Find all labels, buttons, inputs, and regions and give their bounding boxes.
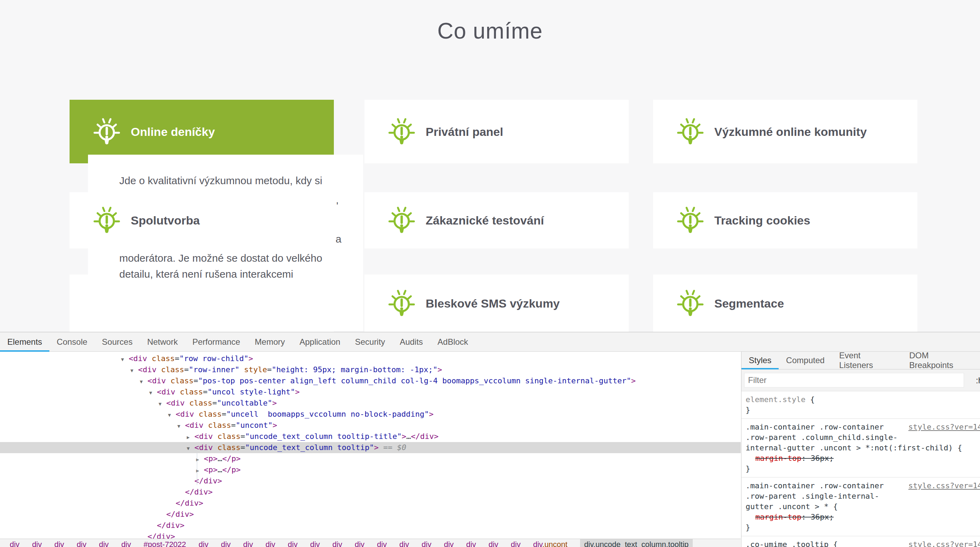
breadcrumb-item[interactable]: div [444,539,453,547]
tooltip-text-line: detailu, která není rušena interakcemi [119,268,293,280]
dom-tree-row[interactable]: </div> [0,487,741,498]
chevron-down-icon[interactable]: ▼ [177,420,185,431]
card-label: Bleskové SMS výzkumy [426,296,560,310]
card-spolutvorba[interactable]: Spolutvorba [70,192,334,249]
indent-spacer [177,487,185,498]
dom-tree-row[interactable]: ▼<div class="uncont"> [0,420,741,431]
rule-selector: element.style { [746,395,980,405]
breadcrumb-item[interactable]: div [10,539,19,547]
lightbulb-icon [385,116,418,148]
rule-selector: gutter .uncont > * { [746,501,980,512]
breadcrumb-item[interactable]: div [221,539,231,547]
card-segmentace[interactable]: Segmentace [653,274,917,332]
tab-audits[interactable]: Audits [392,332,430,351]
card-label: Privátní panel [426,125,503,138]
style-rule: style.css?ver=14.main-container .row-con… [741,477,980,536]
breadcrumb-item[interactable]: div [288,539,298,547]
dom-tree-row[interactable]: ▼<div class="uncode_text_column tooltip"… [0,442,741,453]
chevron-right-icon[interactable]: ▶ [187,431,194,443]
dom-tree-row[interactable]: </div> [0,498,741,509]
breadcrumb-item[interactable]: div [76,539,86,547]
dom-tree-row[interactable]: ▼<div class="uncol style-light"> [0,387,741,398]
dom-tree-row[interactable]: </div> [0,531,741,539]
dom-tree-row[interactable]: ▶<p>…</p> [0,464,741,476]
styles-rules: element.style {}style.css?ver=14.main-co… [741,391,980,547]
chevron-right-icon[interactable]: ▶ [196,454,204,465]
tab-application[interactable]: Application [292,332,347,351]
breadcrumb-item[interactable]: div [199,539,208,547]
sidebar-tab-styles[interactable]: Styles [741,352,779,369]
chevron-down-icon[interactable]: ▼ [140,376,148,387]
card-label: Zákaznické testování [426,214,544,227]
tooltip-text-line: ' [336,200,338,212]
chevron-down-icon[interactable]: ▼ [187,443,194,454]
card-bleskov-sms-v-zkumy[interactable]: Bleskové SMS výzkumy [364,274,629,332]
tab-adblock[interactable]: AdBlock [430,332,476,351]
card-label: Segmentace [714,296,784,310]
breadcrumb-item[interactable]: div [466,539,476,547]
tab-performance[interactable]: Performance [185,332,247,351]
dom-tree-row[interactable]: ▶<div class="uncode_text_column tooltip-… [0,431,741,442]
chevron-down-icon[interactable]: ▼ [149,387,157,398]
breadcrumb-item[interactable]: div [99,539,109,547]
breadcrumb-item[interactable]: div [511,539,520,547]
card-priv-tn-panel[interactable]: Privátní panel [364,100,629,163]
breadcrumb-item[interactable]: div [355,539,364,547]
breadcrumb-item[interactable]: div [32,539,42,547]
card-z-kaznick-testov-n-[interactable]: Zákaznické testování [364,192,629,249]
styles-filter-input[interactable] [744,373,964,387]
breadcrumb-item[interactable]: div [121,539,131,547]
dom-tree-row[interactable]: ▼<div class="row-inner" style="height: 9… [0,364,741,375]
breadcrumb-item[interactable]: div [422,539,431,547]
tab-console[interactable]: Console [49,332,95,351]
css-property[interactable]: margin-top: 36px; [746,512,980,522]
dom-tree-row[interactable]: ▼<div class="uncoltable"> [0,398,741,409]
chevron-down-icon[interactable]: ▼ [159,398,166,409]
chevron-down-icon[interactable]: ▼ [168,409,176,420]
dom-tree-row[interactable]: </div> [0,520,741,531]
dom-tree-row[interactable]: ▶<p>…</p> [0,453,741,464]
tab-sources[interactable]: Sources [95,332,140,351]
dom-tree-row[interactable]: </div> [0,509,741,520]
css-property[interactable]: margin-top: 36px; [746,453,980,464]
stylesheet-link[interactable]: style.css?ver=14 [908,422,980,432]
tab-network[interactable]: Network [140,332,185,351]
chevron-down-icon[interactable]: ▼ [130,365,138,376]
devtools-tab-bar: ElementsConsoleSourcesNetworkPerformance… [0,332,980,352]
stylesheet-link[interactable]: style.css?ver=14 [908,539,980,547]
selected-node-flag: == $0 [379,443,406,452]
breadcrumb-item[interactable]: div [310,539,320,547]
hover-state-toggle[interactable]: :h [976,376,980,385]
card-label: Spolutvorba [131,214,200,227]
dom-tree-row[interactable]: </div> [0,476,741,487]
rule-close-brace: } [746,522,980,533]
sidebar-tab-dom-breakpoints[interactable]: DOM Breakpoints [902,352,980,369]
sidebar-tab-computed[interactable]: Computed [779,352,832,369]
breadcrumb-item[interactable]: div [488,539,498,547]
breadcrumb-item[interactable]: div [332,539,342,547]
card-v-zkumn-online-komunity[interactable]: Výzkumné online komunity [653,100,917,163]
chevron-right-icon[interactable]: ▶ [196,465,204,476]
breadcrumb-item[interactable]: div [377,539,387,547]
tab-elements[interactable]: Elements [0,332,49,351]
breadcrumb-item[interactable]: #post-72022 [144,539,186,547]
dom-tree-row[interactable]: ▼<div class="uncell boomapps_vccolumn no… [0,409,741,420]
breadcrumb-item[interactable]: div [265,539,275,547]
sidebar-tab-event-listeners[interactable]: Event Listeners [832,352,902,369]
dom-tree-row[interactable]: ▼<div class="row row-child"> [0,353,741,364]
lightbulb-icon [674,204,706,237]
card-online-den-ky[interactable]: Online deníčky [70,100,334,163]
dom-tree-row[interactable]: ▼<div class="pos-top pos-center align_le… [0,375,741,387]
chevron-down-icon[interactable]: ▼ [121,354,129,365]
breadcrumb-item[interactable]: div.uncont [533,539,568,547]
card-tracking-cookies[interactable]: Tracking cookies [653,192,917,249]
tab-memory[interactable]: Memory [248,332,293,351]
breadcrumb-item[interactable]: div.uncode_text_column.tooltip [580,539,693,547]
style-rule: style.css?ver=14.co-umime .tooltip {disp… [741,536,980,547]
tab-security[interactable]: Security [348,332,393,351]
lightbulb-icon [91,204,123,237]
breadcrumb-item[interactable]: div [54,539,64,547]
stylesheet-link[interactable]: style.css?ver=14 [908,480,980,491]
breadcrumb-item[interactable]: div [243,539,253,547]
breadcrumb-item[interactable]: div [399,539,409,547]
